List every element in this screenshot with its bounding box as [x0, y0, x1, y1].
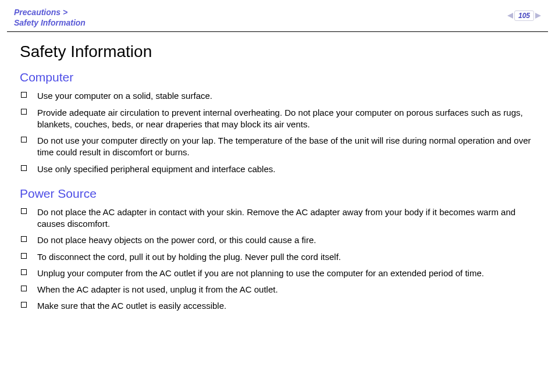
list-item: Unplug your computer from the AC outlet …	[20, 265, 535, 281]
page-content: Safety Information Computer Use your com…	[0, 32, 555, 314]
bullet-icon	[21, 92, 27, 98]
document-page: Precautions > Safety Information 105 Saf…	[0, 0, 555, 392]
bullet-icon	[21, 302, 27, 308]
bullet-icon	[21, 208, 27, 214]
list-item: When the AC adapter is not used, unplug …	[20, 281, 535, 298]
bullet-icon	[21, 109, 27, 115]
page-number-nav: 105	[507, 10, 541, 21]
prev-page-icon[interactable]	[507, 13, 513, 19]
list-item-text: To disconnect the cord, pull it out by h…	[37, 252, 341, 262]
list-item-text: Unplug your computer from the AC outlet …	[37, 268, 484, 278]
next-page-icon[interactable]	[535, 13, 541, 19]
list-item: Do not place heavy objects on the power …	[20, 232, 535, 248]
list-item-text: Do not use your computer directly on you…	[37, 136, 531, 157]
bullet-list-computer: Use your computer on a solid, stable sur…	[20, 88, 535, 177]
bullet-icon	[21, 269, 27, 275]
list-item-text: Use only specified peripheral equipment …	[37, 164, 275, 174]
section-heading-computer: Computer	[20, 70, 535, 84]
list-item-text: Use your computer on a solid, stable sur…	[37, 91, 212, 101]
bullet-icon	[21, 253, 27, 259]
breadcrumb-line2: Safety Information	[14, 17, 86, 28]
list-item: Do not use your computer directly on you…	[20, 133, 535, 161]
list-item-text: Provide adequate air circulation to prev…	[37, 108, 523, 129]
list-item: Use only specified peripheral equipment …	[20, 161, 535, 177]
list-item-text: Do not place the AC adapter in contact w…	[37, 207, 515, 229]
bullet-icon	[21, 286, 27, 291]
bullet-icon	[21, 236, 27, 242]
list-item: To disconnect the cord, pull it out by h…	[20, 249, 535, 265]
page-title: Safety Information	[20, 42, 535, 61]
breadcrumb: Precautions > Safety Information	[14, 7, 86, 28]
bullet-list-power: Do not place the AC adapter in contact w…	[20, 204, 535, 315]
list-item: Provide adequate air circulation to prev…	[20, 105, 535, 133]
list-item: Make sure that the AC outlet is easily a…	[20, 298, 535, 314]
page-header: Precautions > Safety Information 105	[0, 0, 555, 31]
section-heading-power: Power Source	[20, 187, 535, 201]
list-item: Use your computer on a solid, stable sur…	[20, 88, 535, 104]
list-item-text: When the AC adapter is not used, unplug …	[37, 284, 278, 294]
page-number: 105	[514, 10, 534, 21]
list-item-text: Make sure that the AC outlet is easily a…	[37, 301, 226, 311]
list-item: Do not place the AC adapter in contact w…	[20, 204, 535, 233]
breadcrumb-line1: Precautions >	[14, 7, 86, 17]
bullet-icon	[21, 137, 27, 142]
list-item-text: Do not place heavy objects on the power …	[37, 235, 316, 245]
bullet-icon	[21, 165, 27, 171]
